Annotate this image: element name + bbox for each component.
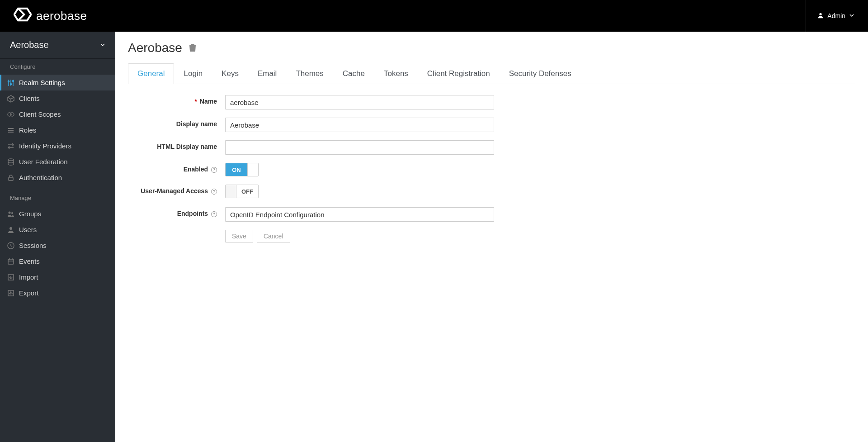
sidebar-item-authentication[interactable]: Authentication (0, 170, 115, 185)
svg-line-9 (8, 97, 11, 99)
toggle-on-label: ON (226, 163, 247, 176)
logo[interactable]: aerobase (14, 7, 87, 25)
sidebar-item-export[interactable]: Export (0, 285, 115, 301)
html-display-name-label: HTML Display name (128, 140, 225, 150)
sidebar-item-label: User Federation (19, 158, 68, 166)
sidebar-item-clients[interactable]: Clients (0, 90, 115, 106)
page-title: Aerobase (128, 41, 182, 55)
list-icon (7, 126, 15, 134)
calendar-icon (7, 257, 15, 266)
tab-themes[interactable]: Themes (286, 63, 333, 84)
page-title-row: Aerobase (128, 41, 855, 55)
sidebar-item-client-scopes[interactable]: Client Scopes (0, 106, 115, 122)
scopes-icon (7, 110, 15, 119)
svg-rect-25 (8, 259, 14, 264)
display-name-input[interactable] (225, 118, 494, 132)
logo-icon (14, 7, 32, 25)
tab-client-registration[interactable]: Client Registration (418, 63, 500, 84)
uma-toggle[interactable]: OFF (225, 185, 259, 198)
sidebar-item-user-federation[interactable]: User Federation (0, 154, 115, 170)
tab-login[interactable]: Login (174, 63, 212, 84)
sidebar-item-label: Users (19, 226, 37, 233)
uma-label: User-Managed Access ? (128, 185, 225, 195)
svg-point-6 (10, 83, 12, 85)
save-button[interactable]: Save (225, 230, 253, 242)
tab-general[interactable]: General (128, 63, 174, 84)
enabled-toggle[interactable]: ON (225, 163, 259, 176)
database-icon (7, 158, 15, 166)
name-input[interactable] (225, 95, 494, 109)
html-display-name-input[interactable] (225, 140, 494, 155)
section-header-manage: Manage (0, 190, 115, 206)
realm-selector-name: Aerobase (10, 40, 49, 50)
svg-line-10 (11, 97, 14, 99)
sidebar-item-label: Events (19, 257, 40, 265)
user-name: Admin (827, 12, 845, 19)
header: aerobase Admin (0, 0, 868, 32)
sidebar-item-label: Clients (19, 95, 40, 102)
endpoints-input[interactable] (225, 207, 494, 222)
svg-text:?: ? (213, 167, 215, 172)
sidebar-item-users[interactable]: Users (0, 222, 115, 238)
tab-tokens[interactable]: Tokens (374, 63, 418, 84)
sidebar-item-label: Realm Settings (19, 79, 65, 86)
name-label: * Name (128, 95, 225, 105)
svg-text:?: ? (213, 189, 215, 194)
lock-icon (7, 174, 15, 182)
user-menu[interactable]: Admin (806, 0, 854, 32)
exchange-icon (7, 142, 15, 150)
logo-text: aerobase (36, 9, 87, 23)
sidebar-item-label: Authentication (19, 174, 62, 181)
sidebar-item-realm-settings[interactable]: Realm Settings (0, 75, 115, 90)
realm-selector[interactable]: Aerobase (0, 32, 115, 59)
sidebar-item-identity-providers[interactable]: Identity Providers (0, 138, 115, 154)
svg-rect-20 (9, 177, 13, 181)
help-icon[interactable]: ? (210, 166, 217, 173)
svg-point-23 (9, 227, 12, 230)
sidebar-item-roles[interactable]: Roles (0, 122, 115, 138)
sidebar-item-label: Client Scopes (19, 110, 61, 118)
tab-security-defenses[interactable]: Security Defenses (500, 63, 581, 84)
sidebar-item-sessions[interactable]: Sessions (0, 238, 115, 253)
sidebar-item-label: Export (19, 289, 38, 297)
export-icon (7, 289, 15, 297)
tab-keys[interactable]: Keys (212, 63, 248, 84)
svg-text:?: ? (213, 212, 215, 216)
clock-icon (7, 242, 15, 250)
toggle-off-label: OFF (236, 185, 258, 198)
svg-point-5 (8, 81, 9, 82)
trash-icon[interactable] (189, 43, 197, 53)
import-icon (7, 273, 15, 281)
user-icon (7, 226, 15, 234)
tab-email[interactable]: Email (248, 63, 287, 84)
content: Aerobase General Login Keys Email Themes… (115, 32, 868, 442)
chevron-down-icon (849, 12, 854, 19)
svg-point-19 (8, 159, 14, 161)
chevron-down-icon (100, 42, 105, 49)
help-icon[interactable]: ? (210, 187, 217, 195)
sidebar-item-events[interactable]: Events (0, 253, 115, 269)
toggle-handle (226, 185, 236, 198)
endpoints-label: Endpoints ? (128, 207, 225, 217)
svg-point-1 (820, 13, 822, 15)
svg-point-22 (11, 212, 13, 214)
sidebar-item-label: Import (19, 273, 38, 281)
sidebar: Aerobase Configure Realm Settings Client… (0, 32, 115, 442)
svg-point-7 (13, 80, 14, 81)
cube-icon (7, 95, 15, 103)
display-name-label: Display name (128, 118, 225, 128)
tab-cache[interactable]: Cache (333, 63, 374, 84)
sliders-icon (7, 79, 15, 87)
help-icon[interactable]: ? (210, 210, 217, 217)
cancel-button[interactable]: Cancel (257, 230, 290, 242)
sidebar-item-groups[interactable]: Groups (0, 206, 115, 222)
section-header-configure: Configure (0, 59, 115, 75)
sidebar-item-label: Roles (19, 126, 36, 134)
enabled-label: Enabled ? (128, 163, 225, 173)
sidebar-item-import[interactable]: Import (0, 269, 115, 285)
tabs: General Login Keys Email Themes Cache To… (128, 63, 855, 84)
sidebar-item-label: Groups (19, 210, 41, 218)
sidebar-item-label: Identity Providers (19, 142, 71, 150)
group-icon (7, 210, 15, 218)
svg-marker-0 (14, 8, 31, 20)
